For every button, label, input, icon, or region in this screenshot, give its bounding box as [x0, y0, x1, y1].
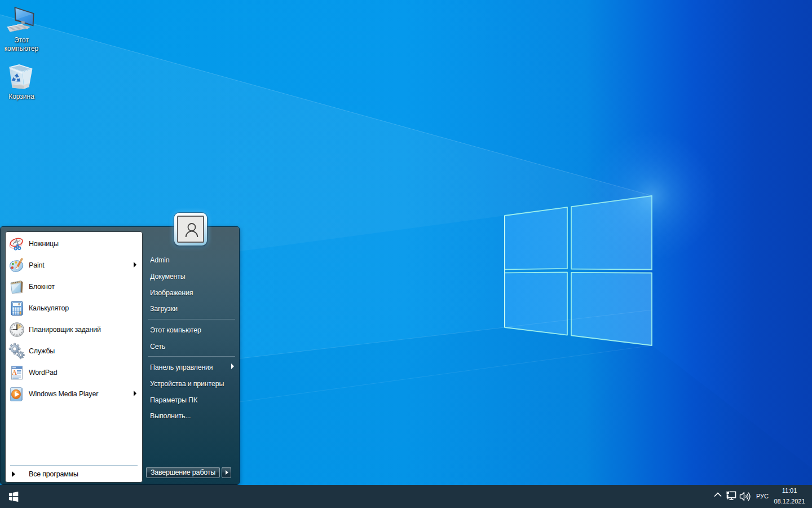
svg-text:0: 0 [18, 303, 20, 306]
svg-text:A: A [12, 369, 17, 376]
